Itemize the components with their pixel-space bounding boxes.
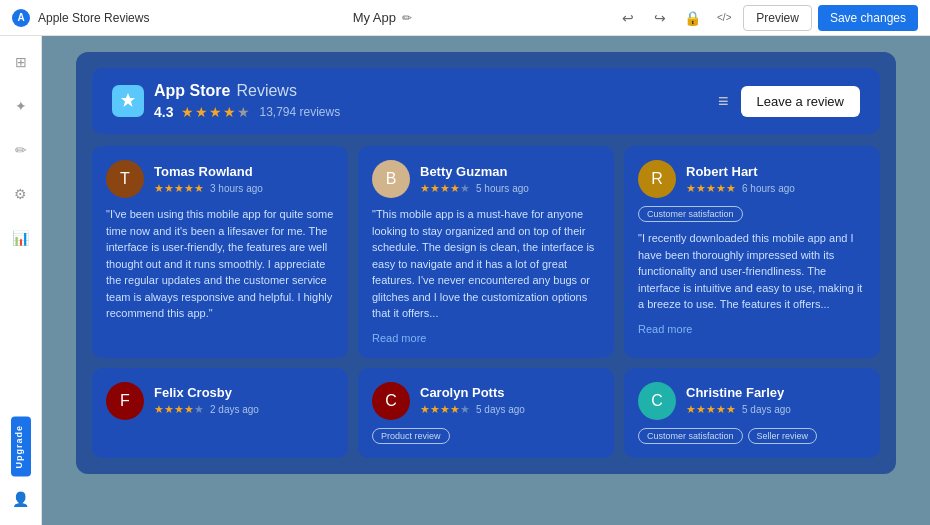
review-text: "I recently downloaded this mobile app a…	[638, 230, 866, 313]
review-time: 2 days ago	[210, 404, 259, 415]
reviewer-meta: ★★★★★ 2 days ago	[154, 403, 259, 416]
review-card: R Robert Hart ★★★★★ 6 hours ago Customer…	[624, 146, 880, 358]
save-button[interactable]: Save changes	[818, 5, 918, 31]
review-tags: Customer satisfaction	[638, 206, 866, 222]
reviewer-name: Felix Crosby	[154, 385, 259, 400]
review-header: B Betty Guzman ★★★★★ 5 hours ago	[372, 160, 600, 198]
lock-button[interactable]: 🔒	[679, 5, 705, 31]
appstore-brand: App Store Reviews 4.3 ★★★★★ 13,794 revie…	[154, 82, 340, 120]
topbar: A Apple Store Reviews My App ✏ ↩ ↪ 🔒 </>…	[0, 0, 930, 36]
reviewer-name: Tomas Rowland	[154, 164, 263, 179]
stars-display: ★★★★★	[181, 104, 251, 120]
reviews-grid: T Tomas Rowland ★★★★★ 3 hours ago "I've …	[92, 146, 880, 458]
sidebar-bottom: Upgrade 👤	[7, 417, 35, 513]
sidebar-icon-analytics[interactable]: 📊	[7, 224, 35, 252]
read-more-link[interactable]: Read more	[372, 332, 600, 344]
review-time: 6 hours ago	[742, 183, 795, 194]
sidebar-icon-edit[interactable]: ✏	[7, 136, 35, 164]
read-more-link[interactable]: Read more	[638, 323, 866, 335]
appstore-header-left: App Store Reviews 4.3 ★★★★★ 13,794 revie…	[112, 82, 340, 120]
avatar: B	[372, 160, 410, 198]
review-text: "This mobile app is a must-have for anyo…	[372, 206, 600, 322]
reviewer-info: Christine Farley ★★★★★ 5 days ago	[686, 385, 791, 416]
preview-button[interactable]: Preview	[743, 5, 812, 31]
rating-row: 4.3 ★★★★★ 13,794 reviews	[154, 104, 340, 120]
review-card: T Tomas Rowland ★★★★★ 3 hours ago "I've …	[92, 146, 348, 358]
review-header: C Carolyn Potts ★★★★★ 5 days ago	[372, 382, 600, 420]
review-tag: Customer satisfaction	[638, 206, 743, 222]
review-stars: ★★★★★	[420, 403, 470, 416]
reviewer-info: Tomas Rowland ★★★★★ 3 hours ago	[154, 164, 263, 195]
review-stars: ★★★★★	[686, 403, 736, 416]
widget-container: App Store Reviews 4.3 ★★★★★ 13,794 revie…	[76, 52, 896, 474]
reviewer-name: Betty Guzman	[420, 164, 529, 179]
reviewer-name: Carolyn Potts	[420, 385, 525, 400]
avatar: R	[638, 160, 676, 198]
code-button[interactable]: </>	[711, 5, 737, 31]
review-stars: ★★★★★	[154, 182, 204, 195]
review-time: 5 days ago	[476, 404, 525, 415]
avatar: F	[106, 382, 144, 420]
topbar-left: A Apple Store Reviews	[12, 9, 149, 27]
sidebar: ⊞ ✦ ✏ ⚙ 📊 Upgrade 👤	[0, 36, 42, 525]
appstore-header-right: ≡ Leave a review	[718, 86, 860, 117]
reviewer-info: Robert Hart ★★★★★ 6 hours ago	[686, 164, 795, 195]
review-time: 3 hours ago	[210, 183, 263, 194]
review-time: 5 hours ago	[476, 183, 529, 194]
sidebar-top: ⊞ ✦ ✏ ⚙ 📊	[7, 48, 35, 252]
review-tags: Customer satisfactionSeller review	[638, 428, 866, 444]
topbar-right: ↩ ↪ 🔒 </> Preview Save changes	[615, 5, 918, 31]
sidebar-icon-user[interactable]: 👤	[7, 485, 35, 513]
edit-icon[interactable]: ✏	[402, 11, 412, 25]
appstore-name: App Store	[154, 82, 230, 100]
reviewer-meta: ★★★★★ 6 hours ago	[686, 182, 795, 195]
review-count: 13,794 reviews	[259, 105, 340, 119]
reviewer-meta: ★★★★★ 5 days ago	[686, 403, 791, 416]
menu-icon[interactable]: ≡	[718, 91, 729, 112]
review-time: 5 days ago	[742, 404, 791, 415]
review-stars: ★★★★★	[686, 182, 736, 195]
undo-button[interactable]: ↩	[615, 5, 641, 31]
avatar: C	[372, 382, 410, 420]
redo-button[interactable]: ↪	[647, 5, 673, 31]
content-area: App Store Reviews 4.3 ★★★★★ 13,794 revie…	[42, 36, 930, 525]
reviewer-info: Carolyn Potts ★★★★★ 5 days ago	[420, 385, 525, 416]
review-stars: ★★★★★	[154, 403, 204, 416]
review-tag: Seller review	[748, 428, 818, 444]
review-card: C Christine Farley ★★★★★ 5 days ago Cust…	[624, 368, 880, 458]
sidebar-icon-settings[interactable]: ⚙	[7, 180, 35, 208]
review-card: B Betty Guzman ★★★★★ 5 hours ago "This m…	[358, 146, 614, 358]
review-stars: ★★★★★	[420, 182, 470, 195]
review-text: "I've been using this mobile app for qui…	[106, 206, 334, 322]
upgrade-button[interactable]: Upgrade	[11, 417, 31, 477]
topbar-center: My App ✏	[353, 10, 412, 25]
reviewer-name: Robert Hart	[686, 164, 795, 179]
appstore-reviews-label: Reviews	[236, 82, 296, 100]
appstore-icon	[112, 85, 144, 117]
review-tags: Product review	[372, 428, 600, 444]
review-header: R Robert Hart ★★★★★ 6 hours ago	[638, 160, 866, 198]
sidebar-icon-grid[interactable]: ⊞	[7, 48, 35, 76]
avatar: C	[638, 382, 676, 420]
review-card: C Carolyn Potts ★★★★★ 5 days ago Product…	[358, 368, 614, 458]
reviewer-meta: ★★★★★ 5 days ago	[420, 403, 525, 416]
center-app-name: My App	[353, 10, 396, 25]
reviewer-meta: ★★★★★ 5 hours ago	[420, 182, 529, 195]
rating-number: 4.3	[154, 104, 173, 120]
review-tag: Customer satisfaction	[638, 428, 743, 444]
main-layout: ⊞ ✦ ✏ ⚙ 📊 Upgrade 👤	[0, 36, 930, 525]
leave-review-button[interactable]: Leave a review	[741, 86, 860, 117]
review-card: F Felix Crosby ★★★★★ 2 days ago	[92, 368, 348, 458]
reviewer-name: Christine Farley	[686, 385, 791, 400]
app-title: Apple Store Reviews	[38, 11, 149, 25]
sidebar-icon-elements[interactable]: ✦	[7, 92, 35, 120]
avatar: T	[106, 160, 144, 198]
appstore-brand-top: App Store Reviews	[154, 82, 340, 100]
review-header: F Felix Crosby ★★★★★ 2 days ago	[106, 382, 334, 420]
review-header: T Tomas Rowland ★★★★★ 3 hours ago	[106, 160, 334, 198]
review-tag: Product review	[372, 428, 450, 444]
reviewer-meta: ★★★★★ 3 hours ago	[154, 182, 263, 195]
app-logo: A	[12, 9, 30, 27]
reviewer-info: Betty Guzman ★★★★★ 5 hours ago	[420, 164, 529, 195]
review-header: C Christine Farley ★★★★★ 5 days ago	[638, 382, 866, 420]
